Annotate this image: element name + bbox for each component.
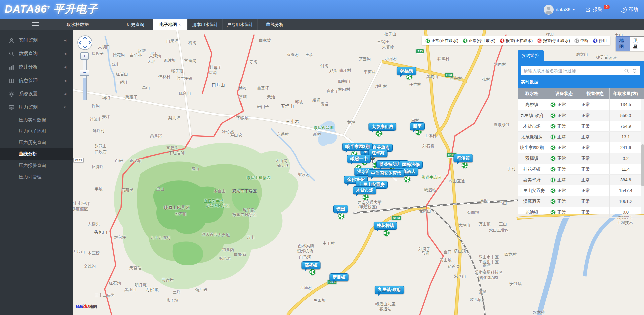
map-place-label: 鲜坪村	[93, 128, 105, 134]
map-place-label: 大河沟	[149, 53, 161, 59]
map-marker-罗目镇[interactable]: 罗目镇	[330, 273, 349, 281]
table-row[interactable]: 峨半家园2期正常正常241.6	[518, 142, 644, 153]
pinwheel-icon	[362, 194, 369, 201]
tab-册本用水统计[interactable]: 册本用水统计	[187, 19, 222, 30]
device-status: 正常	[557, 155, 566, 162]
map-place-label: 李河村	[364, 69, 376, 75]
map-place-label: 孵化园A园	[479, 275, 498, 281]
annual-volume: 13.1	[609, 132, 641, 142]
map-zoom-in-button[interactable]: +	[80, 52, 89, 60]
table-row[interactable]: 太泉廉租房正常正常13.1	[518, 132, 644, 142]
hydrant-marker-icon[interactable]	[362, 194, 369, 201]
table-row[interactable]: 九里镇-政府正常正常550.0	[518, 110, 644, 121]
map-marker-木货市场[interactable]: 木货市场	[353, 186, 376, 194]
map-marker-红华苑[interactable]: 红华苑	[369, 149, 388, 157]
tab-realtime-monitor[interactable]: 实时监控	[518, 50, 544, 61]
tab-曲线分析[interactable]: 曲线分析	[257, 19, 292, 30]
sidebar-subitem-曲线分析[interactable]: 曲线分析	[0, 148, 73, 160]
sidebar-item-统计分析[interactable]: 统计分析◀	[0, 60, 73, 74]
map-type-地图[interactable]: 地图	[616, 36, 630, 51]
tab-电子地图[interactable]: 电子地图×	[153, 19, 187, 30]
map-marker-中信国安体育馆[interactable]: 中信国安体育馆	[368, 169, 405, 177]
close-icon[interactable]: ×	[178, 22, 181, 27]
column-header-报警信息: 报警信息	[578, 88, 609, 99]
map-place-label: 白果坪	[166, 38, 178, 44]
sidebar-item-数据查询[interactable]: 数据查询◀	[0, 47, 73, 60]
scrollbar-thumb[interactable]	[641, 144, 644, 186]
map-zoom-handle[interactable]: −	[80, 70, 89, 76]
sidebar-item-压力监测[interactable]: 压力监测▼	[0, 101, 73, 114]
sidebar-item-系统设置[interactable]: 系统设置◀	[0, 87, 73, 101]
map-marker-桂花桥镇[interactable]: 桂花桥镇	[374, 222, 397, 230]
hydrant-marker-icon[interactable]	[375, 130, 383, 137]
map-place-label: 寿山坟	[230, 132, 242, 138]
sidebar-subitem-压力报警查询[interactable]: 压力报警查询	[0, 160, 73, 171]
hydrant-marker-icon[interactable]	[383, 229, 390, 237]
tab-取水栓数据[interactable]: 取水栓数据	[60, 19, 95, 30]
sidebar-subitem-压力实时数据[interactable]: 压力实时数据	[0, 114, 73, 126]
map-place-label: 河西村	[494, 62, 506, 68]
alarm-button[interactable]: 报警 0	[585, 7, 610, 13]
map-marker-峨眉一中[interactable]: 峨眉一中	[347, 155, 371, 163]
map-place-label: 单山	[142, 85, 150, 91]
map-place-label: 王山	[499, 221, 507, 227]
app-logo: DATA86®平升电子	[5, 2, 98, 17]
map-marker-太泉廉租房[interactable]: 太泉廉租房	[369, 123, 396, 131]
map-marker-九里镇-政府[interactable]: 九里镇-政府	[375, 286, 404, 294]
hydrant-name: 木货市场	[518, 121, 546, 131]
sidebar-subitem-压力电子地图[interactable]: 压力电子地图	[0, 126, 73, 137]
map-place-label: 丁村	[507, 166, 516, 172]
map-place-label: 五坪山	[281, 103, 294, 109]
sidebar-subitem-压力历史查询[interactable]: 压力历史查询	[0, 137, 73, 148]
annual-volume: 1547.4	[609, 185, 641, 196]
hydrant-marker-icon[interactable]	[461, 162, 468, 169]
map-place-label: 清音阁风景区	[206, 203, 230, 209]
map-marker-峨半家园2期[interactable]: 峨半家园2期	[342, 143, 373, 151]
tab-历史查询[interactable]: 历史查询	[118, 19, 153, 30]
map-place-label: 鱼田坝	[314, 298, 326, 303]
help-button[interactable]: 帮助	[621, 7, 638, 13]
map-place-label: 三坪	[173, 289, 181, 295]
map-marker-璞园[interactable]: 璞园	[333, 205, 348, 213]
search-icon[interactable]	[624, 68, 631, 73]
map-place-label: 万山顶	[479, 221, 491, 227]
refresh-icon[interactable]	[632, 68, 639, 73]
hydrant-marker-icon[interactable]	[309, 268, 316, 276]
map-zoom-slider[interactable]	[83, 60, 87, 100]
map-place-label: 新桥	[313, 132, 321, 137]
sidebar-item-信息管理[interactable]: 信息管理◀	[0, 74, 73, 87]
table-row[interactable]: 木货市场正常正常764.9	[518, 121, 644, 132]
realtime-panel: 实时数据	[518, 61, 644, 88]
pinwheel-icon	[550, 113, 556, 118]
map-marker-新平[interactable]: 新平	[410, 122, 425, 130]
table-row[interactable]: 十里山安置房正常正常1547.4	[518, 185, 644, 196]
hydrant-marker-icon[interactable]	[404, 176, 411, 183]
map-pan-control[interactable]	[77, 35, 93, 50]
table-row[interactable]: 龙池镇正常正常0.0	[518, 207, 644, 218]
map-marker-高桥镇[interactable]: 高桥镇	[302, 261, 321, 269]
map-type-卫星[interactable]: 卫星	[630, 36, 644, 51]
map-place-label: 跳蹬子	[125, 94, 138, 100]
tab-户号用水统计[interactable]: 户号用水统计	[222, 19, 257, 30]
map-place-label: 猫儿岗	[222, 247, 234, 253]
hydrant-name: 九里镇-政府	[518, 110, 546, 121]
search-input[interactable]	[521, 68, 624, 73]
sidebar-item-实时监测[interactable]: 实时监测◀	[0, 34, 73, 47]
table-row[interactable]: 高桥镇正常正常134.5	[518, 99, 644, 110]
map-marker-双福镇[interactable]: 双福镇	[397, 67, 416, 75]
table-row[interactable]: 桂花桥镇正常正常11.4	[518, 164, 644, 175]
table-row[interactable]: 嘉美华府正常正常384.6	[518, 175, 644, 185]
map-marker-符溪镇[interactable]: 符溪镇	[454, 154, 473, 162]
table-row[interactable]: 汉庭酒店正常正常1061.2	[518, 196, 644, 207]
table-row[interactable]: 双福镇正常正常0.2	[518, 153, 644, 164]
map-place-label: 大楔头	[88, 221, 100, 227]
sidebar-subitem-压力计管理[interactable]: 压力计管理	[0, 171, 73, 183]
sidebar-toggle-icon[interactable]	[32, 22, 39, 27]
tab-label: 曲线分析	[266, 22, 284, 27]
user-menu[interactable]: data86 ▼	[544, 5, 575, 15]
map-place-label: 乐山高新科技区	[475, 270, 503, 275]
map-place-label: 王坎	[305, 52, 313, 58]
table-scrollbar[interactable]	[641, 99, 644, 214]
tab-bar: 取水栓数据历史查询电子地图×册本用水统计户号用水统计曲线分析	[0, 19, 644, 30]
map-place-label: 东岳村	[277, 132, 289, 137]
